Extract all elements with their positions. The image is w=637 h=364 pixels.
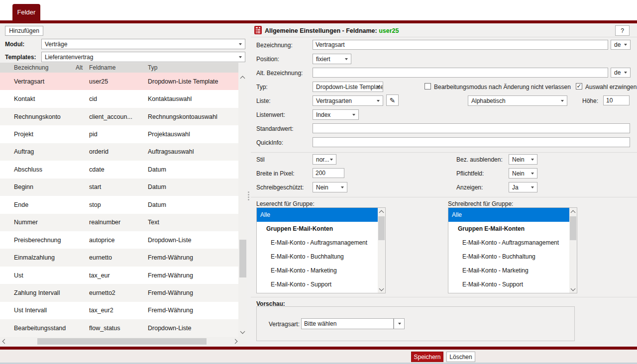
bezeichnung-lang-select[interactable]: de (611, 40, 631, 50)
list-item-label: E-Mail-Konto - Marketing (271, 267, 337, 274)
table-row[interactable]: Nummer realnumber Text (0, 214, 238, 231)
pflichtfeld-label: Pflichtfeld: (456, 170, 484, 177)
vorschau-combobox[interactable]: Bitte wählen (301, 318, 394, 329)
scroll-down-icon[interactable] (240, 329, 245, 334)
scroll-right-icon[interactable] (233, 339, 238, 344)
list-item[interactable]: E-Mail-Konto - Support (257, 277, 378, 291)
schreibrecht-listbox[interactable]: Alle Gruppen E-Mail-Konten E-Mail-Konto … (448, 207, 577, 293)
leserecht-scrollbar[interactable] (378, 208, 385, 293)
add-button[interactable]: Hinzufügen (5, 26, 43, 36)
header-divider (251, 37, 637, 37)
scroll-down-icon[interactable] (379, 286, 384, 291)
tab-felder[interactable]: Felder (12, 4, 40, 20)
fields-table-body: Vertragsart user25 Dropdown-Liste Templa… (0, 73, 238, 337)
settings-header-text: Allgemeine Einstellungen - Feldname: (265, 27, 377, 34)
list-item[interactable]: E-Mail-Konto - Support (448, 277, 569, 291)
force-selection-checkbox[interactable] (576, 83, 582, 90)
list-item[interactable]: E-Mail-Konto - Buchhaltung (448, 250, 569, 264)
schreibrecht-scroll-thumb[interactable] (570, 216, 576, 240)
table-row[interactable]: Kontakt cid Kontaktauswahl (0, 90, 238, 107)
scroll-down-icon[interactable] (571, 286, 576, 291)
alt-bezeichnung-lang-select[interactable]: de (611, 68, 631, 78)
modul-select[interactable]: Verträge (41, 39, 245, 49)
table-row[interactable]: Bearbeitungsstand flow_status Dropdown-L… (0, 319, 238, 337)
standardwert-input[interactable] (313, 123, 630, 133)
cell-bezeichnung: Ende (0, 201, 76, 208)
bezeichnung-input[interactable] (313, 40, 608, 50)
table-row[interactable]: Rechnungskonto client_accoun... Rechnung… (0, 108, 238, 125)
save-button[interactable]: Speichern (411, 352, 443, 362)
delete-button[interactable]: Löschen (446, 352, 475, 362)
cell-feldname: pid (89, 131, 148, 138)
list-item[interactable]: E-Mail-Konto - Auftragsmanagement (257, 236, 378, 250)
listenwert-select[interactable]: Index (313, 109, 359, 120)
sortierung-select[interactable]: Alphabetisch (468, 95, 567, 106)
help-button[interactable]: ? (615, 25, 630, 36)
table-hscroll-thumb[interactable] (37, 338, 207, 345)
list-item[interactable]: Gruppen E-Mail-Konten (257, 222, 378, 236)
stil-select[interactable]: nor... (313, 154, 336, 165)
table-vscroll-thumb[interactable] (239, 240, 246, 277)
list-item[interactable]: E-Mail-Konto - Buchhaltung (257, 250, 378, 264)
table-row[interactable]: Abschluss cdate Datum (0, 161, 238, 178)
scroll-left-icon[interactable] (2, 339, 7, 344)
table-row[interactable]: Ust Intervall tax_eur2 Fremd-Währung (0, 302, 238, 319)
tab-felder-label: Felder (17, 8, 36, 16)
table-row[interactable]: Ust tax_eur Fremd-Währung (0, 267, 238, 284)
cell-bezeichnung: Zahlung Intervall (0, 289, 76, 296)
templates-select-value: Lieferantenvertrag (45, 54, 93, 61)
table-row[interactable]: Einmalzahlung eurnetto Fremd-Währung (0, 249, 238, 266)
table-header-bezeichnung[interactable]: Bezeichnung (0, 64, 76, 71)
hoehe-input[interactable] (603, 95, 630, 105)
templates-select[interactable]: Lieferantenvertrag (41, 52, 245, 62)
position-select[interactable]: fixiert (313, 54, 351, 64)
list-item[interactable]: Alle (448, 208, 569, 222)
panel-splitter[interactable] (248, 191, 249, 200)
cell-bezeichnung: Preisberechnung (0, 237, 76, 244)
alt-bezeichnung-input[interactable] (313, 68, 608, 78)
quickinfo-input[interactable] (313, 137, 630, 147)
sortierung-select-value: Alphabetisch (471, 97, 506, 104)
typ-select[interactable]: Dropdown-Liste Template (313, 82, 383, 92)
edit-mode-checkbox[interactable] (425, 83, 431, 90)
cell-feldname: stop (89, 201, 148, 208)
cell-typ: Fremd-Währung (148, 254, 238, 261)
list-item[interactable]: E-Mail-Konto - Marketing (257, 264, 378, 277)
list-item[interactable]: E-Mail-Konto - Auftragsmanagement (448, 236, 569, 250)
table-row[interactable]: Vertragsart user25 Dropdown-Liste Templa… (0, 73, 238, 90)
bez-ausblenden-select[interactable]: Nein (509, 154, 537, 165)
list-item[interactable]: Alle (257, 208, 378, 222)
scroll-up-icon[interactable] (240, 76, 245, 81)
liste-label: Liste: (256, 97, 271, 104)
list-item-label: E-Mail-Konto - Auftragsmanagement (271, 239, 367, 246)
list-item[interactable]: Gruppen E-Mail-Konten (448, 222, 569, 236)
table-header-alt[interactable]: Alt (76, 64, 89, 71)
cell-bezeichnung: Nummer (0, 219, 76, 226)
table-row[interactable]: Preisberechnung autoprice Dropdown-Liste (0, 231, 238, 249)
breite-input[interactable] (313, 168, 344, 178)
edit-list-button[interactable]: ✎ (386, 94, 399, 106)
anzeigen-select[interactable]: Ja (509, 182, 537, 192)
table-header-typ[interactable]: Typ (148, 64, 238, 71)
table-row[interactable]: Projekt pid Projektauswahl (0, 125, 238, 143)
liste-select[interactable]: Vertragsarten (313, 95, 383, 106)
table-row[interactable]: Zahlung Intervall eurnetto2 Fremd-Währun… (0, 284, 238, 301)
table-vertical-scrollbar[interactable] (238, 73, 247, 337)
cell-feldname: orderid (89, 148, 148, 155)
table-horizontal-scrollbar[interactable] (0, 337, 247, 346)
table-row[interactable]: Auftrag orderid Auftragsauswahl (0, 143, 238, 161)
table-header[interactable]: Bezeichnung Alt Feldname Typ (0, 63, 238, 73)
table-row[interactable]: Ende stop Datum (0, 196, 238, 213)
schreibgeschuetzt-select[interactable]: Nein (313, 182, 347, 192)
leserecht-scroll-thumb[interactable] (378, 216, 385, 240)
schreibrecht-scrollbar[interactable] (569, 208, 577, 293)
scroll-up-icon[interactable] (571, 210, 576, 215)
vorschau-combobox-arrow[interactable] (394, 318, 405, 329)
leserecht-listbox[interactable]: Alle Gruppen E-Mail-Konten E-Mail-Konto … (256, 207, 386, 293)
table-header-feldname[interactable]: Feldname (89, 64, 148, 71)
position-label: Position: (256, 56, 279, 63)
list-item[interactable]: E-Mail-Konto - Marketing (448, 264, 569, 277)
pflichtfeld-select[interactable]: Nein (509, 168, 537, 179)
table-row[interactable]: Beginn start Datum (0, 179, 238, 196)
scroll-up-icon[interactable] (379, 210, 384, 215)
